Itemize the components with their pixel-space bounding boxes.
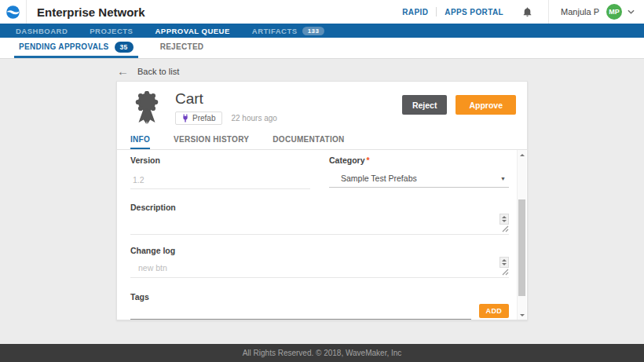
wavemaker-logo-icon [5,5,20,20]
nav-item-dashboard[interactable]: DASHBOARD [16,27,68,35]
copyright-text: All Rights Reserved. © 2018, WaveMaker, … [243,349,402,357]
description-textarea[interactable] [130,214,509,235]
page-footer: All Rights Reserved. © 2018, WaveMaker, … [0,344,644,362]
apps-portal-link[interactable]: APPS PORTAL [445,8,503,16]
pending-count-badge: 35 [115,42,134,53]
description-label: Description [130,203,509,212]
changelog-value: new btn [138,263,167,272]
card-header: Cart Prefab 22 hours ago Reject Approve [117,82,527,130]
info-form: Version 1.2 Category* Sample Test Prefab… [117,150,517,320]
subtab-label: PENDING APPROVALS [19,42,109,51]
app-logo [0,0,27,24]
back-arrow-icon: ← [117,66,129,77]
user-menu-chevron-down-icon[interactable] [628,9,635,14]
prefab-ribbon-icon [134,91,162,130]
tab-pending-approvals[interactable]: PENDING APPROVALS 35 [14,38,138,58]
version-input[interactable]: 1.2 [130,175,310,189]
user-avatar[interactable]: MP [606,4,622,20]
artifact-timestamp: 22 hours ago [231,114,276,122]
back-to-list-link[interactable]: ← Back to list [117,66,179,77]
textarea-scroll-widget[interactable] [499,214,509,232]
select-caret-icon: ▼ [500,176,506,181]
top-header: Enterprise Network RAPID APPS PORTAL Man… [0,0,644,24]
detail-tabs: INFO VERSION HISTORY DOCUMENTATION [117,130,527,150]
nav-item-label: DASHBOARD [16,27,68,35]
subtab-label: REJECTED [160,42,204,51]
tab-documentation[interactable]: DOCUMENTATION [273,130,344,149]
tab-rejected[interactable]: REJECTED [156,38,209,58]
required-asterisk: * [367,155,370,165]
tags-input[interactable] [130,305,471,320]
category-selected-value: Sample Test Prefabs [341,174,417,183]
notifications-bell-icon[interactable] [522,6,532,17]
tags-label: Tags [130,292,509,302]
link-divider [436,7,437,16]
category-label: Category* [329,155,509,165]
nav-item-label: PROJECTS [90,27,133,35]
nav-item-artifacts[interactable]: ARTIFACTS 133 [252,27,325,35]
reject-button[interactable]: Reject [402,95,448,115]
resize-grip-icon[interactable] [502,225,509,232]
tab-info[interactable]: INFO [130,130,150,149]
resize-grip-icon[interactable] [502,269,509,276]
user-divider [548,0,549,24]
nav-item-label: ARTIFACTS [252,27,298,35]
rapid-link[interactable]: RAPID [402,8,428,16]
scrollbar-thumb[interactable] [518,199,525,296]
card-title-block: Cart Prefab 22 hours ago [175,90,402,130]
add-tag-button[interactable]: ADD [479,304,509,318]
approve-button[interactable]: Approve [456,95,516,115]
back-to-list-label: Back to list [137,67,179,76]
approval-detail-card: Cart Prefab 22 hours ago Reject Approve [116,81,528,320]
main-navigation: DASHBOARD PROJECTS APPROVAL QUEUE ARTIFA… [0,24,644,38]
changelog-label: Change log [130,246,509,255]
nav-item-projects[interactable]: PROJECTS [90,27,133,35]
scroll-down-arrow[interactable] [518,310,526,320]
nav-item-approval-queue[interactable]: APPROVAL QUEUE [155,27,229,35]
changelog-textarea[interactable]: new btn [130,257,509,278]
artifact-title: Cart [175,90,402,108]
category-select[interactable]: Sample Test Prefabs ▼ [329,174,509,188]
prefab-plug-icon [182,114,188,122]
page-title: Enterprise Network [37,5,145,19]
user-name[interactable]: Manjula P [561,7,599,16]
artifact-type-chip: Prefab [175,112,222,125]
form-scrollbar[interactable] [517,150,526,320]
nav-item-label: APPROVAL QUEUE [155,27,229,35]
info-form-area: Version 1.2 Category* Sample Test Prefab… [117,150,527,320]
artifact-type-label: Prefab [192,114,215,122]
version-label: Version [130,155,310,165]
artifacts-count-badge: 133 [302,27,325,35]
tab-version-history[interactable]: VERSION HISTORY [174,130,249,149]
textarea-scroll-widget[interactable] [499,257,509,276]
main-content: ← Back to list Cart [0,59,644,344]
scroll-up-arrow[interactable] [518,150,526,159]
approval-queue-subnav: PENDING APPROVALS 35 REJECTED [0,38,644,59]
